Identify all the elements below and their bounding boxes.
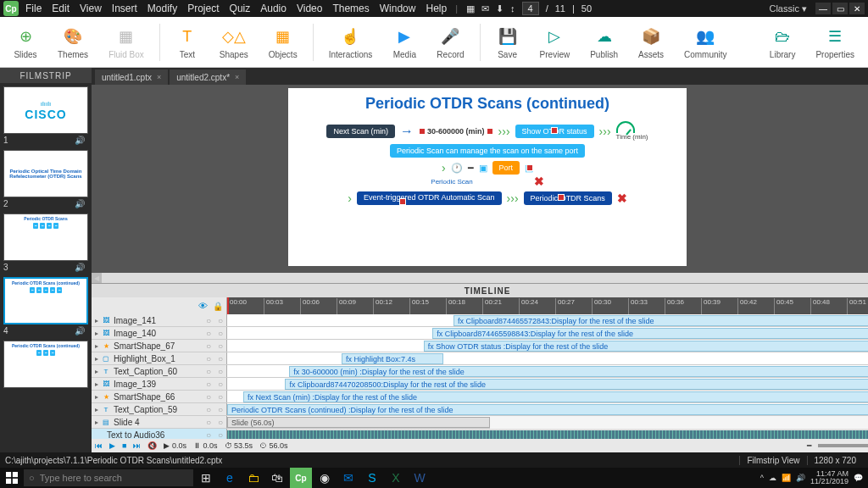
clock[interactable]: 11:47 AM 11/21/2019 (810, 470, 849, 485)
track-label[interactable]: ▸🖼Image_139○○ (92, 378, 227, 390)
track-lane[interactable]: fx Show OTDR status :Display for the res… (227, 340, 868, 352)
volume-icon[interactable]: 🔊 (796, 474, 805, 482)
menu-video[interactable]: Video (297, 3, 322, 14)
mute-icon[interactable]: 🔇 (147, 441, 157, 450)
track-lane[interactable]: Periodic OTDR Scans (continued) :Display… (227, 403, 868, 415)
taskbar-search[interactable]: ○ Type here to search (24, 469, 193, 486)
visibility-dot[interactable]: ○ (206, 392, 211, 402)
track-label[interactable]: ▸★SmartShape_66○○ (92, 391, 227, 402)
track-bar[interactable]: fx Clipboard874465572843:Display for the… (453, 315, 868, 326)
assets-button[interactable]: 📦Assets (630, 23, 672, 61)
show-status-pill[interactable]: Show OTDR status (515, 125, 594, 138)
menu-modify[interactable]: Modify (147, 3, 177, 14)
stop-icon[interactable]: ■ (122, 441, 126, 450)
shapes-button[interactable]: ◇△Shapes (211, 23, 257, 61)
lock-dot[interactable]: ○ (218, 354, 223, 363)
thumb-2[interactable]: Periodic Optical Time Domain Refelectome… (3, 150, 88, 208)
track-label[interactable]: ▸🖼Image_141○○ (92, 314, 227, 326)
onedrive-icon[interactable]: ☁ (769, 474, 776, 482)
captivate-icon[interactable]: Cp (290, 468, 312, 488)
chrome-icon[interactable]: ◉ (314, 468, 336, 488)
selection-handle[interactable] (419, 128, 426, 135)
caret-icon[interactable]: ▸ (95, 406, 98, 413)
lock-dot[interactable]: ○ (218, 367, 223, 376)
interactions-button[interactable]: ☝Interactions (320, 23, 381, 61)
outlook-icon[interactable]: ✉ (337, 468, 359, 488)
next-scan-pill[interactable]: Next Scan (min) (326, 125, 395, 138)
periodic-final-pill[interactable]: Periodic OTDR Scans (524, 191, 612, 205)
track-lane[interactable]: fx 30-600000 (min) :Display for the rest… (227, 365, 868, 377)
menu-window[interactable]: Window (380, 3, 416, 14)
horizontal-scrollbar[interactable]: ◀ ▶ (92, 273, 868, 283)
menu-project[interactable]: Project (187, 3, 219, 14)
track-lane[interactable]: fx Clipboard874465598843:Display for the… (227, 327, 868, 339)
track-label[interactable]: ▸▤Slide 4○○ (92, 416, 227, 428)
lock-dot[interactable]: ○ (218, 380, 223, 389)
menu-help[interactable]: Help (426, 3, 447, 14)
maximize-button[interactable]: ▭ (832, 3, 848, 14)
library-button[interactable]: 🗁Library (761, 23, 804, 61)
thumb-3[interactable]: Periodic OTDR Scans━━━━ 3🔊 (3, 214, 88, 272)
explorer-icon[interactable]: 🗀 (242, 468, 264, 488)
track-lane[interactable]: fx Highlight Box:7.4s (227, 352, 868, 364)
track-label[interactable]: ▸TText_Caption_59○○ (92, 403, 227, 415)
zoom-value[interactable]: 50 (581, 3, 592, 14)
slide-canvas[interactable]: Periodic OTDR Scans (continued) Next Sca… (288, 88, 687, 266)
track-bar[interactable]: fx 30-600000 (min) :Display for the rest… (289, 366, 868, 377)
publish-button[interactable]: ☁Publish (581, 23, 626, 61)
lock-icon[interactable]: 🔒 (213, 302, 223, 311)
timeline-track[interactable]: ▸🖼Image_139○○fx Clipboard874470208500:Di… (92, 378, 868, 391)
download-icon[interactable]: ⬇ (496, 3, 504, 14)
track-lane[interactable] (227, 429, 868, 439)
track-label[interactable]: ▸🖼Image_140○○ (92, 327, 227, 339)
visibility-dot[interactable]: ○ (206, 405, 211, 414)
skype-icon[interactable]: S (361, 468, 383, 488)
sync-icon[interactable]: ↕ (510, 3, 515, 14)
playhead[interactable] (227, 297, 229, 314)
track-lane[interactable]: fx Clipboard874470208500:Display for the… (227, 378, 868, 390)
tray-up-icon[interactable]: ^ (760, 474, 764, 482)
track-bar[interactable]: fx Highlight Box:7.4s (342, 353, 443, 364)
track-bar[interactable]: Periodic OTDR Scans (continued) :Display… (227, 404, 868, 415)
thumb-4[interactable]: Periodic OTDR Scans (continued)━━━━━ 4🔊 (3, 277, 88, 336)
visibility-dot[interactable]: ○ (206, 316, 211, 325)
visibility-dot[interactable]: ○ (206, 430, 211, 440)
menu-view[interactable]: View (80, 3, 102, 14)
timeline-track[interactable]: ▸★SmartShape_66○○fx Next Scan (min) :Dis… (92, 391, 868, 403)
menu-insert[interactable]: Insert (112, 3, 137, 14)
start-button[interactable] (2, 468, 22, 488)
skip-start-icon[interactable]: ⏮ (95, 441, 103, 450)
menu-audio[interactable]: Audio (260, 3, 287, 14)
page-current[interactable]: 4 (522, 2, 539, 15)
menu-quiz[interactable]: Quiz (230, 3, 251, 14)
zoom-slider[interactable] (818, 444, 868, 447)
lock-dot[interactable]: ○ (218, 430, 223, 440)
text-button[interactable]: TText (167, 23, 208, 61)
caret-icon[interactable]: ▸ (95, 380, 98, 388)
track-bar[interactable]: fx Clipboard874470208500:Display for the… (285, 379, 868, 390)
track-label[interactable]: ▸★SmartShape_67○○ (92, 340, 227, 352)
event-trig-pill[interactable]: Event-triggered OTDR Automatic Scan (357, 191, 502, 205)
record-button[interactable]: 🎤Record (428, 23, 472, 61)
stage[interactable]: Periodic OTDR Scans (continued) Next Sca… (92, 85, 868, 273)
community-button[interactable]: 👥Community (676, 23, 736, 61)
track-bar[interactable]: Slide (56.0s) (227, 417, 490, 428)
eye-icon[interactable]: 👁 (198, 301, 208, 311)
notifications-icon[interactable]: 💬 (854, 474, 863, 482)
caret-icon[interactable]: ▸ (95, 419, 98, 426)
timeline-ruler[interactable]: 00:0000:0300:0600:0900:1200:1500:1800:21… (227, 297, 868, 314)
track-label[interactable]: ▸TText_Caption_60○○ (92, 365, 227, 377)
visibility-dot[interactable]: ○ (206, 354, 211, 363)
track-label[interactable]: Text to Audio36○○ (92, 429, 227, 439)
layout-dropdown[interactable]: Classic ▾ (769, 3, 807, 14)
lock-dot[interactable]: ○ (218, 341, 223, 351)
wifi-icon[interactable]: 📶 (782, 474, 791, 482)
thumb-5[interactable]: Periodic OTDR Scans (continued)━━━ (3, 341, 88, 388)
selection-handle[interactable] (551, 127, 558, 134)
zoom-out-icon[interactable]: ━ (807, 441, 811, 450)
track-label[interactable]: ▸▢Highlight_Box_1○○ (92, 352, 227, 364)
track-bar[interactable]: fx Next Scan (min) :Display for the rest… (243, 391, 868, 402)
preview-button[interactable]: ▷Preview (531, 23, 579, 61)
mail-icon[interactable]: ✉ (481, 3, 489, 14)
save-button[interactable]: 💾Save (487, 23, 528, 61)
